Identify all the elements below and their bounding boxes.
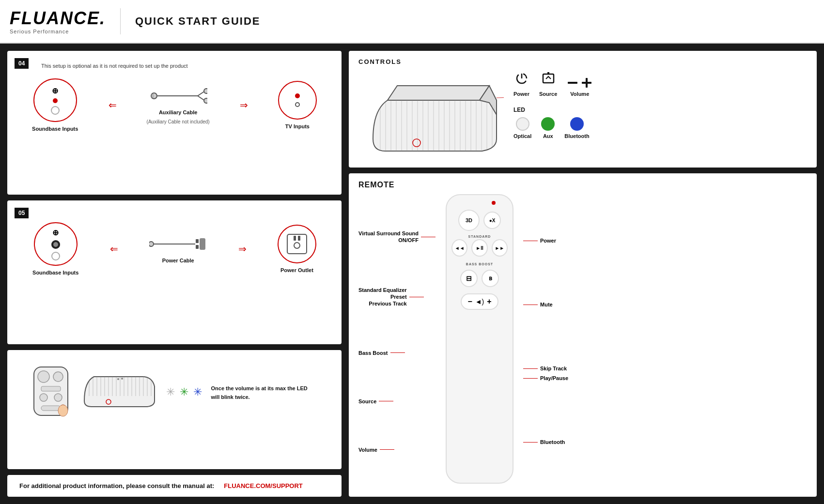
btn-3d[interactable]: 3D xyxy=(458,210,480,231)
aux-cable-sublabel: (Auxiliary Cable not included) xyxy=(147,119,210,124)
aux-cable-item: Auxiliary Cable (Auxiliary Cable not inc… xyxy=(147,86,210,124)
skip-track-label: Skip Track xyxy=(523,366,568,371)
standard-label: STANDARD xyxy=(451,235,508,238)
remote-thumb-svg xyxy=(31,365,70,418)
svg-rect-10 xyxy=(196,245,199,249)
aux-cable-label: Auxiliary Cable xyxy=(159,109,197,115)
step-05-badge: 05 xyxy=(15,208,29,218)
svg-rect-76 xyxy=(586,78,588,88)
power-cable-label: Power Cable xyxy=(162,258,194,263)
input-port-cross: ⊕ xyxy=(52,86,58,95)
ctrl-volume: Volume xyxy=(567,77,592,97)
step-04-card: 04 This setup is optional as it is not r… xyxy=(7,51,342,195)
svg-rect-17 xyxy=(294,236,296,241)
svg-point-23 xyxy=(40,394,47,401)
controls-layout: Power Source xyxy=(358,71,807,160)
tv-dot-white xyxy=(295,102,300,107)
tv-dot-red xyxy=(295,93,300,98)
led-section: LED Optical Aux xyxy=(513,107,807,139)
source-icon xyxy=(541,71,556,89)
svg-rect-9 xyxy=(196,239,199,243)
power-label: Power xyxy=(513,91,529,97)
step-04-content: ⊕ Soundbase Inputs ⇐ xyxy=(17,74,332,132)
step-06-description: Once the volume is at its max the LED wi… xyxy=(211,383,318,401)
bass-boost-label: Bass Boost xyxy=(358,350,436,356)
led-green-blink: ✳ xyxy=(180,386,188,398)
bluetooth-right-label: Bluetooth xyxy=(523,439,568,445)
std-eq-label: Standard EqualizerPresetPrevious Track xyxy=(358,287,436,307)
soundbase-inputs-05: ⊕ Soundbase Inputs xyxy=(32,222,78,275)
led-bluetooth-label: Bluetooth xyxy=(564,133,589,139)
outlet-svg xyxy=(285,232,309,256)
svg-rect-74 xyxy=(568,82,577,84)
btn-source[interactable]: ⊟ xyxy=(460,270,478,287)
footer-link: FLUANCE.COM/SUPPORT xyxy=(224,482,303,489)
ctrl-source: Source xyxy=(539,71,557,97)
led-bluetooth-dot xyxy=(570,117,584,131)
led-aux: Aux xyxy=(541,117,555,139)
vol-plus-btn[interactable]: + xyxy=(487,297,491,306)
remote-card: REMOTE Virtual Surround SoundON/OFF Stan… xyxy=(349,173,817,497)
svg-rect-11 xyxy=(200,238,205,250)
vol-minus-icon xyxy=(567,77,578,89)
btn-prev-track[interactable]: ◄◄ xyxy=(451,239,467,257)
arrow-right-04: ⇒ xyxy=(240,99,248,111)
controls-title: CONTROLS xyxy=(358,58,807,65)
tv-circle xyxy=(278,81,317,120)
remote-labels-right: Power Mute Skip Track Play/Pause xyxy=(523,194,568,484)
led-aux-dot xyxy=(541,117,555,131)
logo-tagline: Serious Performance xyxy=(10,29,106,34)
power-icon xyxy=(514,71,529,89)
play-pause-label: Play/Pause xyxy=(523,375,568,381)
led-optical-dot xyxy=(516,117,529,131)
btn-mute[interactable]: ●X xyxy=(483,212,501,229)
step-06-text: Once the volume is at its max the LED wi… xyxy=(211,385,308,400)
btn-play-pause[interactable]: ►II xyxy=(471,239,487,257)
volume-label-remote: Volume xyxy=(358,447,436,453)
controls-right-panel: Power Source xyxy=(513,71,807,160)
svg-line-70 xyxy=(497,86,504,98)
vol-plus-icon xyxy=(581,77,592,89)
led-blink-indicators: ✳ ✳ ✳ xyxy=(166,386,202,398)
vol-speaker-icon: ◄) xyxy=(475,298,484,305)
controls-card: CONTROLS xyxy=(349,51,817,168)
svg-rect-18 xyxy=(298,236,300,241)
svg-point-0 xyxy=(151,93,157,99)
volume-label: Volume xyxy=(570,91,589,97)
logo-area: FLUANCE. Serious Performance xyxy=(10,8,121,34)
port-cross-icon-05: ⊕ xyxy=(52,228,59,237)
tv-inputs-label: TV Inputs xyxy=(285,123,310,129)
power-outlet-label: Power Outlet xyxy=(280,267,313,273)
btn-bluetooth[interactable]: ʙ xyxy=(482,270,499,287)
soundbase-circle-04: ⊕ xyxy=(33,78,77,122)
led-title: LED xyxy=(513,107,807,113)
btn-skip-track[interactable]: ►► xyxy=(492,239,508,257)
svg-rect-25 xyxy=(41,406,61,411)
controls-soundbase-svg xyxy=(358,71,504,158)
led-bluetooth: Bluetooth xyxy=(564,117,589,139)
led-aux-label: Aux xyxy=(543,133,553,139)
svg-point-21 xyxy=(53,372,63,382)
step-06-content: ✳ ✳ ✳ Once the volume is at its max the … xyxy=(17,360,332,425)
vol-minus-btn[interactable]: − xyxy=(467,297,472,306)
step-05-card: 05 ⊕ Soundbase Inputs ⇐ xyxy=(7,200,342,344)
outlet-circle xyxy=(278,225,316,263)
arrow-right-05: ⇒ xyxy=(238,243,247,255)
power-port xyxy=(51,240,60,249)
soundbase-3d-sketch xyxy=(358,71,504,160)
soundbase-inputs-04: ⊕ Soundbase Inputs xyxy=(32,78,78,132)
soundbase-thumbnail xyxy=(79,367,157,417)
soundbase-label-05: Soundbase Inputs xyxy=(32,270,78,275)
svg-point-26 xyxy=(58,405,68,416)
footer-card: For additional product information, plea… xyxy=(7,475,342,497)
right-column: CONTROLS xyxy=(349,51,817,497)
source-label-remote: Source xyxy=(358,398,436,404)
step-06-card: ✳ ✳ ✳ Once the volume is at its max the … xyxy=(7,350,342,469)
arrow-left-04: ⇐ xyxy=(109,99,117,111)
svg-point-5 xyxy=(204,98,207,103)
vol-control-row: − ◄) + xyxy=(461,293,498,310)
footer-text: For additional product information, plea… xyxy=(19,482,214,489)
mute-right-label: Mute xyxy=(523,302,568,307)
svg-point-16 xyxy=(294,243,300,248)
remote-title: REMOTE xyxy=(358,181,807,189)
